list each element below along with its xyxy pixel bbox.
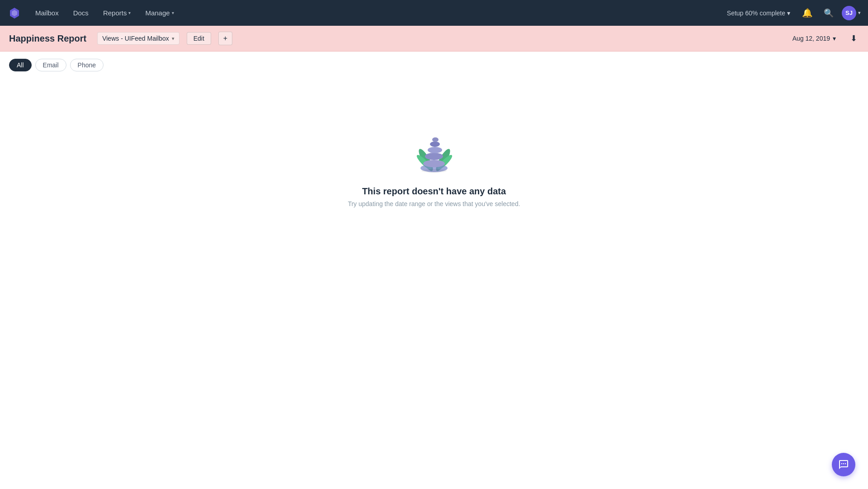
avatar: SJ <box>842 6 856 20</box>
search-button[interactable]: 🔍 <box>821 5 836 21</box>
date-label: Aug 12, 2019 <box>793 35 830 42</box>
download-icon: ⬇ <box>850 34 857 43</box>
empty-subtitle: Try updating the date range or the views… <box>348 200 520 207</box>
nav-right: Setup 60% complete ▾ 🔔 🔍 SJ ▾ <box>723 5 861 21</box>
svg-point-8 <box>430 141 440 147</box>
user-avatar-button[interactable]: SJ ▾ <box>842 6 861 20</box>
filter-tab-phone[interactable]: Phone <box>70 59 104 71</box>
filter-tab-email[interactable]: Email <box>35 59 66 71</box>
empty-title: This report doesn't have any data <box>362 186 506 197</box>
svg-point-6 <box>425 153 443 160</box>
report-title: Happiness Report <box>9 33 86 44</box>
edit-button[interactable]: Edit <box>187 32 211 45</box>
bell-icon: 🔔 <box>802 8 813 18</box>
view-selector[interactable]: Views - UIFeed Mailbox ▾ <box>97 32 179 45</box>
date-chevron-icon: ▾ <box>833 35 836 42</box>
svg-point-11 <box>841 463 842 464</box>
chat-icon <box>838 459 849 470</box>
download-button[interactable]: ⬇ <box>849 32 859 45</box>
date-selector[interactable]: Aug 12, 2019 ▾ <box>793 35 836 42</box>
svg-point-5 <box>423 160 445 167</box>
report-header: Happiness Report Views - UIFeed Mailbox … <box>0 26 868 52</box>
empty-illustration <box>402 115 466 174</box>
svg-point-7 <box>428 147 442 153</box>
top-navigation: Mailbox Docs Reports ▾ Manage ▾ Setup 60… <box>0 0 868 26</box>
svg-point-9 <box>432 137 439 142</box>
svg-point-10 <box>421 169 447 173</box>
nav-items: Mailbox Docs Reports ▾ Manage ▾ <box>29 6 720 19</box>
search-icon: 🔍 <box>824 8 834 18</box>
setup-chevron-icon: ▾ <box>787 9 790 17</box>
chat-support-button[interactable] <box>832 453 855 476</box>
add-button[interactable]: + <box>218 32 232 45</box>
notifications-button[interactable]: 🔔 <box>799 5 816 21</box>
setup-button[interactable]: Setup 60% complete ▾ <box>723 8 794 19</box>
filter-tab-all[interactable]: All <box>9 59 32 71</box>
svg-point-13 <box>845 463 846 464</box>
nav-reports[interactable]: Reports ▾ <box>97 6 137 19</box>
nav-mailbox[interactable]: Mailbox <box>29 6 65 19</box>
filter-tabs: All Email Phone <box>0 52 868 79</box>
manage-chevron-icon: ▾ <box>172 10 174 15</box>
nav-manage[interactable]: Manage ▾ <box>139 6 180 19</box>
view-selector-chevron-icon: ▾ <box>172 36 175 42</box>
reports-chevron-icon: ▾ <box>128 10 131 15</box>
nav-docs[interactable]: Docs <box>67 6 95 19</box>
empty-state: This report doesn't have any data Try up… <box>0 79 868 244</box>
app-logo[interactable] <box>7 6 22 20</box>
svg-point-12 <box>843 463 844 464</box>
avatar-chevron-icon: ▾ <box>858 10 861 16</box>
